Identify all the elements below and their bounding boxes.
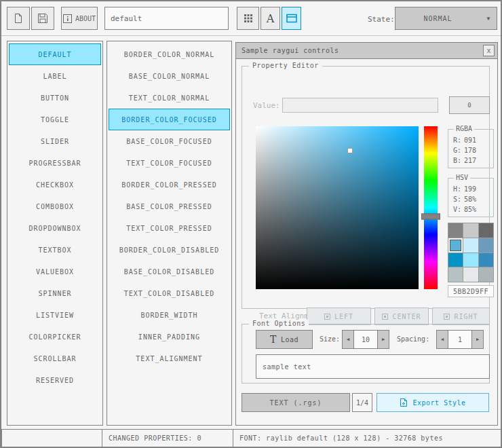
- changed-properties-text: CHANGED PROPERTIES: 0: [109, 434, 201, 442]
- size-increment-button[interactable]: ▶: [377, 330, 389, 349]
- control-list-item[interactable]: RESERVED: [9, 369, 101, 391]
- property-list-item[interactable]: BORDER_COLOR_PRESSED: [109, 174, 230, 195]
- hex-value-box[interactable]: 5BB2D9FF: [448, 285, 494, 297]
- palette-swatch[interactable]: [448, 253, 463, 267]
- export-style-button[interactable]: Export Style: [376, 393, 489, 412]
- close-icon: x: [486, 47, 490, 54]
- palette-swatch[interactable]: [448, 223, 463, 238]
- value-label: Value:: [253, 101, 280, 110]
- export-file-icon: [400, 398, 408, 407]
- toolbar-separator: [1, 35, 501, 36]
- style-table-view-button[interactable]: [237, 7, 259, 30]
- property-list-item[interactable]: BASE_COLOR_DISABLED: [109, 261, 230, 282]
- spacing-label: Spacing:: [397, 335, 429, 343]
- property-list-item[interactable]: INNER_PADDING: [109, 326, 230, 348]
- control-list-item[interactable]: TEXTBOX: [9, 239, 101, 261]
- palette-swatch[interactable]: [479, 223, 493, 238]
- hue-slider-handle[interactable]: [421, 213, 440, 219]
- align-left-icon: [324, 314, 330, 320]
- v-label: V:: [453, 204, 461, 214]
- hsv-v-row: V: 85%: [448, 204, 493, 214]
- control-list-item[interactable]: COLORPICKER: [9, 326, 101, 348]
- spacing-increment-button[interactable]: ▶: [471, 330, 484, 349]
- close-button[interactable]: x: [483, 45, 495, 56]
- palette-swatch[interactable]: [463, 223, 478, 238]
- chevron-down-icon: ▼: [480, 7, 497, 29]
- new-style-button[interactable]: [7, 7, 30, 30]
- control-list-item[interactable]: CHECKBOX: [9, 174, 101, 195]
- floppy-disk-icon: [37, 13, 48, 24]
- info-icon: [63, 14, 72, 23]
- property-list-item[interactable]: TEXT_COLOR_FOCUSED: [109, 152, 230, 174]
- style-name-input[interactable]: [104, 7, 229, 30]
- property-list-item[interactable]: BASE_COLOR_FOCUSED: [109, 130, 230, 152]
- control-list-item[interactable]: COMBOBOX: [9, 195, 101, 217]
- rgba-b-row: B: 217: [448, 155, 493, 166]
- controls-view-button[interactable]: [282, 7, 301, 30]
- control-list-item[interactable]: SLIDER: [9, 130, 101, 152]
- rguistyler-window: ABOUT A State: NORMAL ▼ DEFAULTLABELBUTT…: [0, 0, 502, 448]
- palette-swatch[interactable]: [479, 253, 493, 267]
- palette-swatch[interactable]: [463, 253, 478, 267]
- control-list-item[interactable]: DEFAULT: [9, 43, 101, 65]
- spacing-decrement-button[interactable]: ◀: [436, 330, 448, 349]
- font-load-label: Load: [281, 336, 298, 343]
- page-indicator[interactable]: 1/4: [352, 393, 372, 412]
- control-list-item[interactable]: LABEL: [9, 65, 101, 87]
- palette-swatch[interactable]: [479, 267, 493, 282]
- property-list-item[interactable]: TEXT_COLOR_NORMAL: [109, 87, 230, 109]
- palette-swatch[interactable]: [448, 238, 463, 253]
- control-list-item[interactable]: VALUEBOX: [9, 261, 101, 282]
- property-list-item[interactable]: BASE_COLOR_NORMAL: [109, 65, 230, 87]
- sample-text-box[interactable]: sample text: [256, 354, 490, 379]
- align-left-label: LEFT: [334, 313, 353, 320]
- size-decrement-button[interactable]: ◀: [342, 330, 354, 349]
- status-bar-font-info: FONT: raylib default (128 x 128) - 32768…: [233, 429, 502, 447]
- sample-text: sample text: [263, 363, 311, 371]
- h-value: 199: [464, 184, 476, 194]
- property-list-item[interactable]: TEXT_ALIGNMENT: [109, 348, 230, 369]
- file-icon: [13, 13, 24, 24]
- control-list-item[interactable]: SCROLLBAR: [9, 348, 101, 369]
- control-list-item[interactable]: PROGRESSBAR: [9, 152, 101, 174]
- font-load-button[interactable]: T Load: [256, 330, 313, 349]
- color-picker-cursor[interactable]: [347, 148, 353, 153]
- control-list-item[interactable]: BUTTON: [9, 87, 101, 109]
- hue-bar[interactable]: [424, 126, 438, 289]
- color-picker-panel[interactable]: [256, 126, 419, 289]
- state-dropdown[interactable]: NORMAL ▼: [395, 7, 497, 30]
- text-format-button[interactable]: TEXT (.rgs): [242, 393, 350, 412]
- control-list-item[interactable]: TOGGLE: [9, 109, 101, 130]
- align-right-button[interactable]: RIGHT: [432, 307, 490, 325]
- about-button[interactable]: ABOUT: [61, 7, 98, 30]
- save-style-button[interactable]: [31, 7, 54, 30]
- control-list-item[interactable]: LISTVIEW: [9, 304, 101, 326]
- align-right-label: RIGHT: [454, 313, 478, 320]
- property-list-item[interactable]: BORDER_WIDTH: [109, 304, 230, 326]
- align-left-button[interactable]: LEFT: [307, 307, 371, 325]
- palette-swatch[interactable]: [463, 238, 478, 253]
- palette-swatch[interactable]: [448, 267, 463, 282]
- value-zero-button[interactable]: 0: [449, 96, 490, 114]
- status-bar-changed-properties: CHANGED PROPERTIES: 0: [102, 429, 233, 447]
- property-list-item[interactable]: BORDER_COLOR_NORMAL: [109, 43, 230, 65]
- palette-swatch[interactable]: [463, 267, 478, 282]
- property-list-item[interactable]: TEXT_COLOR_DISABLED: [109, 282, 230, 304]
- property-list-item[interactable]: TEXT_COLOR_PRESSED: [109, 217, 230, 239]
- font-view-button[interactable]: A: [260, 7, 280, 30]
- align-center-button[interactable]: CENTER: [374, 307, 429, 325]
- font-options-group-label: Font Options: [249, 320, 309, 327]
- sample-window-titlebar[interactable]: Sample raygui controls x: [236, 43, 497, 59]
- spacing-value[interactable]: 1: [448, 330, 472, 349]
- property-list-item[interactable]: BASE_COLOR_PRESSED: [109, 195, 230, 217]
- spacing-spinner: ◀ 1 ▶: [436, 330, 484, 349]
- value-input[interactable]: [282, 98, 438, 113]
- control-list-item[interactable]: SPINNER: [9, 282, 101, 304]
- property-list-item[interactable]: BORDER_COLOR_FOCUSED: [109, 109, 230, 130]
- property-list-item[interactable]: BORDER_COLOR_DISABLED: [109, 239, 230, 261]
- palette-swatch[interactable]: [479, 238, 493, 253]
- size-value[interactable]: 10: [353, 330, 378, 349]
- control-list-item[interactable]: DROPDOWNBOX: [9, 217, 101, 239]
- align-center-label: CENTER: [392, 313, 421, 320]
- state-dropdown-value: NORMAL: [395, 15, 480, 22]
